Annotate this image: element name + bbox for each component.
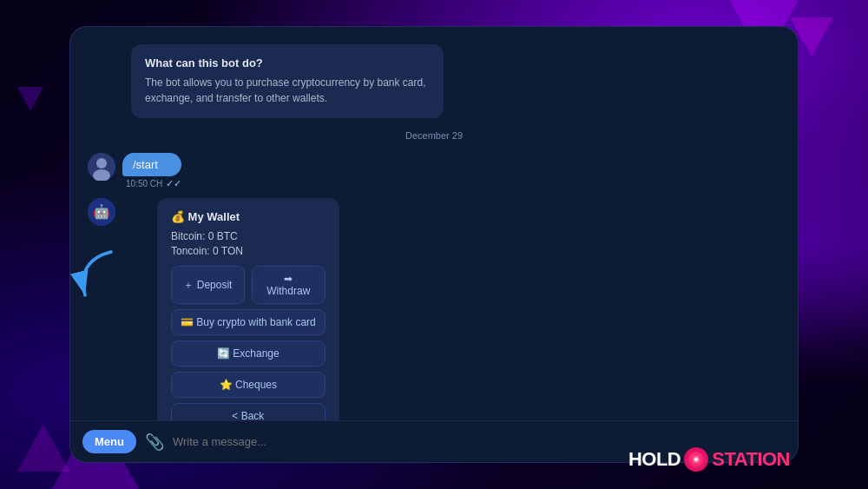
wallet-title: 💰 My Wallet <box>171 210 326 223</box>
withdraw-button[interactable]: ➡ Withdraw <box>252 266 326 304</box>
info-card-title: What can this bot do? <box>145 56 430 69</box>
bot-reply-card: 💰 My Wallet Bitcoin: 0 BTC Toncoin: 0 TO… <box>157 198 339 420</box>
back-button[interactable]: < Back <box>171 403 326 420</box>
check-icon: ✓✓ <box>166 178 181 189</box>
deposit-withdraw-row: ＋ Deposit ➡ Withdraw <box>171 266 326 304</box>
message-input[interactable] <box>173 435 786 448</box>
user-message-bubble: /start <box>122 153 181 176</box>
toncoin-balance: Toncoin: 0 TON <box>171 245 326 257</box>
date-separator: December 29 <box>88 130 780 141</box>
holdstation-logo: HOLD STATION <box>628 447 790 472</box>
bitcoin-balance: Bitcoin: 0 BTC <box>171 230 326 242</box>
logo-hold: HOLD <box>628 450 681 469</box>
svg-text:🤖: 🤖 <box>93 203 110 220</box>
deco-triangle-6 <box>17 87 43 111</box>
buy-crypto-button[interactable]: 💳 Buy crypto with bank card <box>171 309 326 335</box>
deposit-button[interactable]: ＋ Deposit <box>171 266 245 304</box>
menu-button[interactable]: Menu <box>82 430 136 453</box>
chat-messages: What can this bot do? The bot allows you… <box>70 27 798 420</box>
avatar <box>88 153 115 181</box>
logo-station: STATION <box>712 450 790 469</box>
svg-point-8 <box>694 458 698 461</box>
user-message-time: 10:50 CH <box>126 179 162 188</box>
user-message-row: /start 10:50 CH ✓✓ <box>88 153 780 189</box>
cheques-button[interactable]: ⭐ Cheques <box>171 372 326 398</box>
info-card-text: The bot allows you to purchase cryptocur… <box>145 75 430 106</box>
bot-reply-row: 🤖 💰 My Wallet Bitcoin: 0 BTC Toncoin: 0 … <box>88 198 780 420</box>
info-card: What can this bot do? The bot allows you… <box>131 44 444 118</box>
deco-triangle-5 <box>17 424 69 472</box>
user-message-meta: 10:50 CH ✓✓ <box>126 178 181 189</box>
attach-icon[interactable]: 📎 <box>145 433 164 452</box>
user-message-content: /start 10:50 CH ✓✓ <box>122 153 181 189</box>
svg-point-1 <box>96 158 107 169</box>
chat-container: What can this bot do? The bot allows you… <box>69 26 799 463</box>
user-command: /start <box>133 158 158 171</box>
exchange-button[interactable]: 🔄 Exchange <box>171 340 326 367</box>
bot-avatar: 🤖 <box>88 198 115 226</box>
logo-icon <box>684 447 708 472</box>
